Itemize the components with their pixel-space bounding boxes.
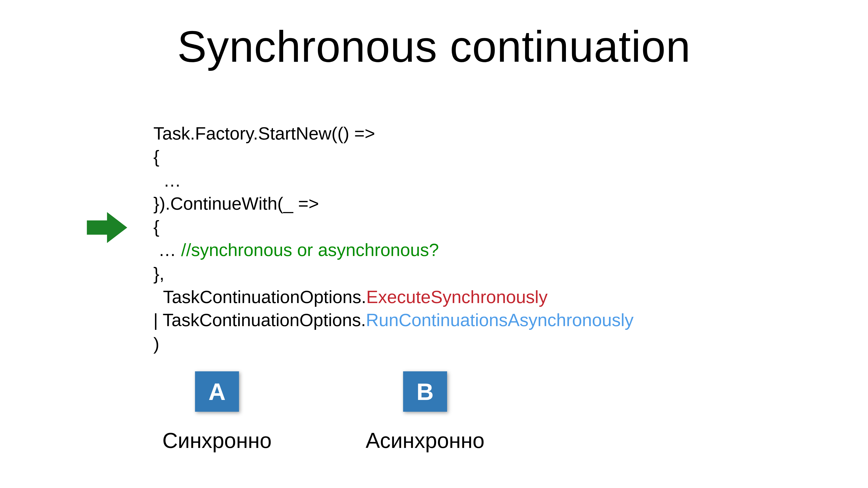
answer-chip-b: B <box>403 371 447 412</box>
code-option-async: RunContinuationsAsynchronously <box>366 310 633 330</box>
code-text: TaskContinuationOptions. <box>153 287 366 306</box>
answers-row: A Синхронно B Асинхронно <box>149 371 493 453</box>
code-block: Task.Factory.StartNew(() => { … }).Conti… <box>153 122 633 355</box>
answer-a: A Синхронно <box>149 371 285 453</box>
code-text: | TaskContinuationOptions. <box>153 310 366 330</box>
slide-wrapper: Synchronous continuation Task.Factory.St… <box>0 0 868 487</box>
code-line: … <box>153 168 633 192</box>
code-comment: //synchronous or asynchronous? <box>181 240 439 260</box>
code-line: }).ContinueWith(_ => <box>153 192 633 215</box>
answer-label-a: Синхронно <box>162 428 272 453</box>
svg-marker-0 <box>87 212 127 243</box>
arrow-right-icon <box>87 212 127 243</box>
code-option-sync: ExecuteSynchronously <box>366 287 548 306</box>
slide: Synchronous continuation Task.Factory.St… <box>0 0 868 487</box>
code-text: … <box>153 240 181 260</box>
code-line: TaskContinuationOptions.ExecuteSynchrono… <box>153 285 633 308</box>
code-line: … //synchronous or asynchronous? <box>153 238 633 262</box>
code-line: | TaskContinuationOptions.RunContinuatio… <box>153 308 633 332</box>
answer-label-b: Асинхронно <box>366 428 485 453</box>
answer-chip-a: A <box>195 371 239 412</box>
slide-title: Synchronous continuation <box>0 22 868 72</box>
code-line: Task.Factory.StartNew(() => <box>153 122 633 145</box>
code-line: { <box>153 145 633 168</box>
answer-b: B Асинхронно <box>356 371 493 453</box>
code-line: ) <box>153 332 633 355</box>
code-line: }, <box>153 262 633 285</box>
code-line: { <box>153 215 633 238</box>
